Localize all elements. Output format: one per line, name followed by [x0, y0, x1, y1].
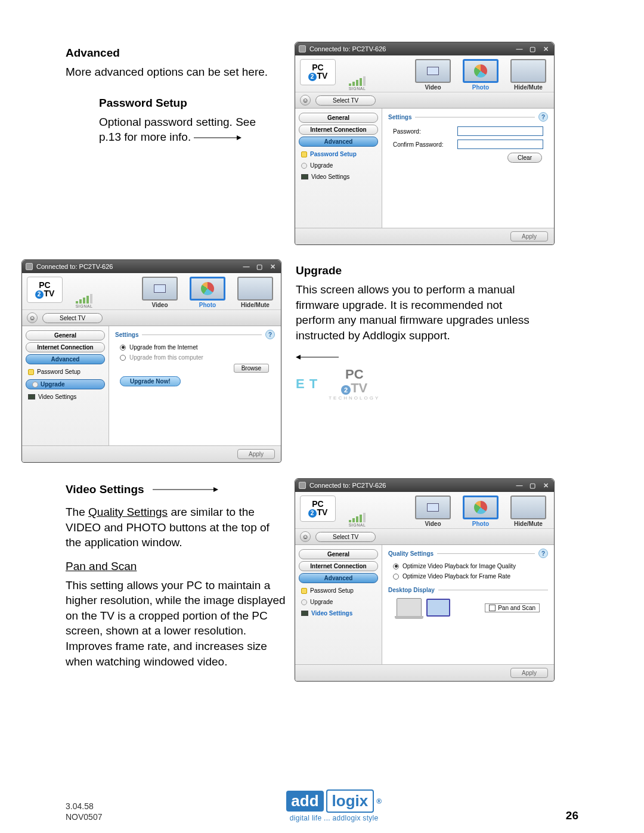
monitor-icon	[426, 599, 450, 617]
mode-photo-button[interactable]: Photo	[187, 277, 228, 308]
password-text-line2: p.13 for more info.	[99, 131, 191, 143]
divider	[415, 117, 535, 117]
mode-video-button[interactable]: Video	[139, 277, 181, 308]
hidemute-icon	[510, 496, 546, 519]
sidebar-password[interactable]: Password Setup	[298, 585, 379, 596]
browse-button[interactable]: Browse	[234, 364, 269, 373]
radio-upgrade-internet-label: Upgrade from the Internet	[129, 344, 198, 351]
panscan-label: Pan and Scan	[498, 605, 535, 611]
sidebar-internet[interactable]: Internet Connection	[299, 125, 378, 135]
mode-hidemute-button[interactable]: Hide/Mute	[507, 59, 549, 91]
apply-button[interactable]: Apply	[510, 231, 548, 241]
sidebar-internet[interactable]: Internet Connection	[299, 561, 378, 571]
select-tv-button[interactable]: Select TV	[42, 313, 103, 323]
radio-frame-rate[interactable]	[393, 574, 399, 580]
sidebar-advanced[interactable]: Advanced	[299, 137, 378, 147]
close-button[interactable]: ✕	[268, 262, 277, 271]
radio-upgrade-computer[interactable]	[120, 355, 126, 361]
sidebar-upgrade[interactable]: Upgrade	[298, 160, 379, 171]
mode-hidemute-label: Hide/Mute	[234, 302, 276, 308]
mode-photo-label: Photo	[460, 521, 501, 527]
close-button[interactable]: ✕	[541, 481, 550, 490]
date-text: NOV0507	[66, 812, 102, 822]
select-tv-button[interactable]: Select TV	[315, 532, 376, 542]
mode-video-button[interactable]: Video	[412, 59, 454, 91]
upgrade-now-button[interactable]: Upgrade Now!	[120, 376, 181, 386]
close-button[interactable]: ✕	[541, 45, 550, 53]
content-panel: Settings ? Upgrade from the Internet Upg…	[109, 326, 281, 445]
titlebar-text: Connected to: PC2TV-626	[36, 263, 113, 270]
select-tv-button[interactable]: Select TV	[315, 95, 376, 106]
signal-indicator: SIGNAL	[340, 65, 374, 91]
sidebar-password[interactable]: Password Setup	[298, 148, 379, 160]
mode-photo-button[interactable]: Photo	[460, 59, 501, 91]
apply-button[interactable]: Apply	[237, 449, 275, 459]
person-icon[interactable]: ☺	[27, 312, 38, 323]
sidebar-general[interactable]: General	[299, 113, 378, 123]
app-icon	[299, 482, 306, 489]
desktop-display-heading: Desktop Display	[388, 587, 435, 593]
password-input[interactable]	[457, 126, 543, 136]
sidebar-video[interactable]: Video Settings	[298, 171, 379, 182]
help-button[interactable]: ?	[265, 330, 275, 339]
panel-heading: Settings	[115, 332, 138, 338]
laptop-icon	[397, 598, 422, 617]
sidebar-internet[interactable]: Internet Connection	[26, 342, 105, 352]
sidebar-password[interactable]: Password Setup	[24, 366, 106, 377]
maximize-button[interactable]: ▢	[528, 481, 537, 490]
minimize-button[interactable]: —	[515, 45, 524, 53]
minimize-button[interactable]: —	[515, 481, 524, 490]
panscan-text: This setting allows your PC to maintain …	[66, 578, 286, 670]
panscan-checkbox[interactable]	[489, 605, 496, 611]
page-number: 26	[566, 809, 578, 822]
sidebar: General Internet Connection Advanced Pas…	[295, 545, 382, 664]
app-window-upgrade: Connected to: PC2TV-626 — ▢ ✕ PC2TV SIGN…	[21, 259, 281, 463]
sidebar-general[interactable]: General	[299, 549, 378, 559]
maximize-button[interactable]: ▢	[528, 45, 537, 53]
pc2tv-logo: PC2TV	[27, 277, 63, 303]
confirm-password-input[interactable]	[457, 140, 543, 149]
sidebar-video-label: Video Settings	[311, 174, 349, 180]
person-icon[interactable]: ☺	[300, 95, 311, 106]
clear-button[interactable]: Clear	[507, 153, 542, 163]
mode-video-button[interactable]: Video	[412, 496, 454, 527]
password-text-line1: Optional password setting. See	[99, 116, 256, 128]
sidebar-general[interactable]: General	[26, 330, 105, 340]
signal-indicator: SIGNAL	[340, 501, 374, 527]
app-window-password: Connected to: PC2TV-626 — ▢ ✕ PC2TV SIGN…	[295, 42, 555, 245]
sidebar-upgrade-label: Upgrade	[41, 381, 65, 388]
sidebar-password-label: Password Setup	[310, 151, 357, 157]
person-icon[interactable]: ☺	[300, 531, 311, 542]
logo-tagline: digital life ... addlogix style	[286, 814, 382, 822]
sidebar-advanced[interactable]: Advanced	[299, 573, 378, 583]
sidebar-advanced[interactable]: Advanced	[26, 354, 105, 364]
sidebar-upgrade[interactable]: Upgrade	[298, 596, 379, 608]
video-icon	[154, 284, 166, 293]
mode-hidemute-button[interactable]: Hide/Mute	[507, 496, 549, 527]
mode-photo-button[interactable]: Photo	[460, 496, 501, 527]
content-panel: Quality Settings ? Optimize Video Playba…	[382, 545, 554, 664]
tv-icon	[301, 174, 308, 179]
tv-icon	[28, 394, 35, 400]
help-button[interactable]: ?	[538, 549, 548, 558]
mode-hidemute-label: Hide/Mute	[507, 84, 549, 91]
radio-image-quality[interactable]	[393, 563, 399, 569]
mode-video-label: Video	[139, 302, 181, 308]
mode-hidemute-button[interactable]: Hide/Mute	[234, 277, 276, 308]
sidebar-video-label: Video Settings	[38, 394, 76, 400]
maximize-button[interactable]: ▢	[255, 262, 264, 271]
watermark-tv-text: TV	[351, 380, 367, 395]
version-text: 3.04.58	[66, 801, 94, 811]
signal-label: SIGNAL	[349, 523, 366, 527]
mode-photo-label: Photo	[460, 84, 501, 91]
sidebar-upgrade[interactable]: Upgrade	[26, 379, 105, 389]
radio-upgrade-internet[interactable]	[120, 345, 126, 351]
app-icon	[26, 263, 33, 270]
sidebar-video[interactable]: Video Settings	[298, 608, 379, 619]
watermark-et: E T	[296, 376, 318, 392]
help-button[interactable]: ?	[538, 112, 548, 122]
upgrade-text: This screen allows you to perform a manu…	[296, 282, 534, 343]
sidebar-video[interactable]: Video Settings	[24, 391, 106, 402]
apply-button[interactable]: Apply	[510, 668, 548, 678]
minimize-button[interactable]: —	[242, 262, 251, 271]
